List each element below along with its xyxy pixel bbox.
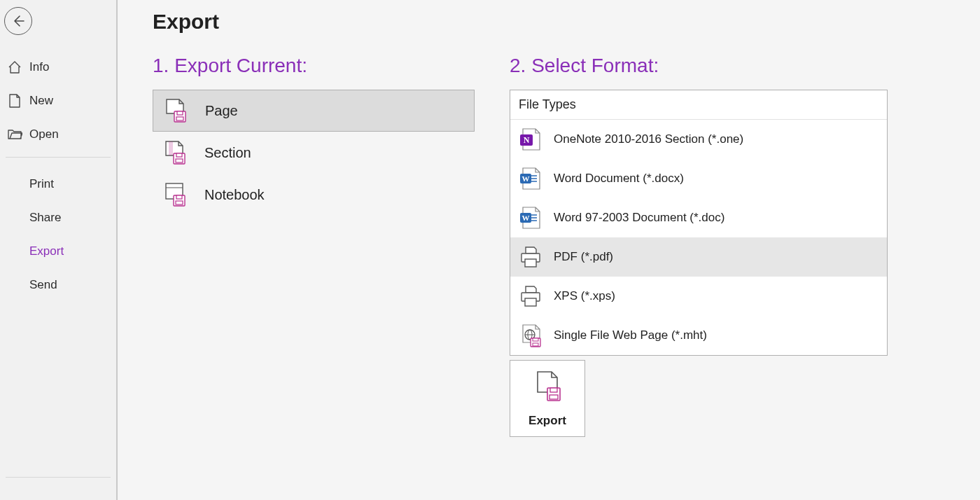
home-icon bbox=[7, 60, 22, 75]
scope-option-section[interactable]: Section bbox=[153, 132, 475, 174]
format-label: Word 97-2003 Document (*.doc) bbox=[554, 211, 724, 225]
nav-label: Send bbox=[29, 278, 57, 292]
scope-label: Notebook bbox=[204, 187, 265, 203]
page-icon bbox=[7, 93, 22, 109]
export-scope-list: Page Section bbox=[153, 90, 475, 216]
format-label: Single File Web Page (*.mht) bbox=[554, 328, 707, 342]
nav-item-print[interactable]: Print bbox=[0, 167, 116, 201]
arrow-left-icon bbox=[11, 14, 25, 28]
page-save-icon bbox=[532, 370, 563, 407]
nav-label: Open bbox=[29, 127, 59, 141]
file-types-box: File Types N OneNote 2010-2016 Section (… bbox=[510, 90, 888, 356]
svg-rect-36 bbox=[550, 395, 558, 399]
svg-rect-27 bbox=[525, 298, 536, 306]
format-label: Word Document (*.docx) bbox=[554, 172, 684, 186]
page-save-icon bbox=[162, 97, 190, 125]
svg-rect-11 bbox=[176, 201, 183, 204]
nav-item-share[interactable]: Share bbox=[0, 201, 116, 235]
nav-label: Print bbox=[29, 177, 54, 191]
step2-heading: 2. Select Format: bbox=[510, 55, 888, 77]
folder-icon bbox=[7, 127, 22, 142]
svg-rect-3 bbox=[169, 141, 173, 155]
format-label: OneNote 2010-2016 Section (*.one) bbox=[554, 132, 743, 146]
word-file-icon: W bbox=[516, 165, 544, 193]
back-button[interactable] bbox=[4, 7, 32, 35]
word-file-icon: W bbox=[516, 204, 544, 232]
nav-label: Share bbox=[29, 211, 61, 225]
scope-label: Page bbox=[205, 103, 238, 119]
nav-item-new[interactable]: New bbox=[0, 84, 116, 118]
backstage-sidebar: Info New Open Print Share Export Send bbox=[0, 0, 118, 500]
svg-rect-25 bbox=[525, 259, 536, 267]
export-button[interactable]: Export bbox=[510, 360, 585, 437]
nav-item-send[interactable]: Send bbox=[0, 268, 116, 302]
scope-option-page[interactable]: Page bbox=[153, 90, 475, 132]
svg-rect-33 bbox=[533, 343, 538, 346]
svg-text:W: W bbox=[522, 174, 530, 183]
notebook-save-icon bbox=[161, 181, 189, 209]
nav-label: Export bbox=[29, 244, 64, 258]
format-option-docx[interactable]: W Word Document (*.docx) bbox=[510, 159, 887, 198]
format-option-mht[interactable]: Single File Web Page (*.mht) bbox=[510, 316, 887, 355]
svg-rect-1 bbox=[177, 111, 183, 115]
format-option-doc[interactable]: W Word 97-2003 Document (*.doc) bbox=[510, 198, 887, 237]
nav-item-open[interactable]: Open bbox=[0, 118, 116, 151]
format-label: XPS (*.xps) bbox=[554, 289, 615, 303]
svg-rect-5 bbox=[176, 153, 182, 157]
format-option-one[interactable]: N OneNote 2010-2016 Section (*.one) bbox=[510, 120, 887, 159]
sidebar-divider bbox=[6, 477, 111, 478]
format-label: PDF (*.pdf) bbox=[554, 250, 613, 264]
svg-rect-32 bbox=[533, 338, 538, 341]
select-format-section: 2. Select Format: File Types N OneNote 2… bbox=[510, 55, 888, 437]
svg-text:N: N bbox=[524, 135, 530, 145]
nav-label: New bbox=[29, 94, 53, 108]
export-button-label: Export bbox=[528, 414, 566, 428]
export-page: Export 1. Export Current: bbox=[118, 0, 980, 500]
svg-text:W: W bbox=[522, 214, 530, 222]
format-option-xps[interactable]: XPS (*.xps) bbox=[510, 277, 887, 316]
onenote-file-icon: N bbox=[516, 125, 544, 153]
nav-item-export[interactable]: Export bbox=[0, 235, 116, 268]
svg-rect-2 bbox=[176, 117, 183, 120]
printer-icon bbox=[516, 282, 544, 310]
printer-icon bbox=[516, 243, 544, 271]
section-save-icon bbox=[161, 139, 189, 167]
svg-rect-10 bbox=[176, 195, 182, 199]
scope-option-notebook[interactable]: Notebook bbox=[153, 174, 475, 216]
export-current-section: 1. Export Current: Page bbox=[153, 55, 475, 437]
svg-rect-35 bbox=[550, 388, 557, 392]
format-option-pdf[interactable]: PDF (*.pdf) bbox=[510, 237, 887, 277]
sidebar-divider bbox=[6, 157, 111, 158]
page-title: Export bbox=[153, 10, 980, 34]
web-file-icon bbox=[516, 321, 544, 349]
scope-label: Section bbox=[204, 145, 251, 161]
nav-item-info[interactable]: Info bbox=[0, 50, 116, 84]
step1-heading: 1. Export Current: bbox=[153, 55, 475, 77]
file-types-heading: File Types bbox=[510, 90, 887, 120]
svg-rect-6 bbox=[176, 159, 183, 162]
nav-label: Info bbox=[29, 60, 49, 74]
